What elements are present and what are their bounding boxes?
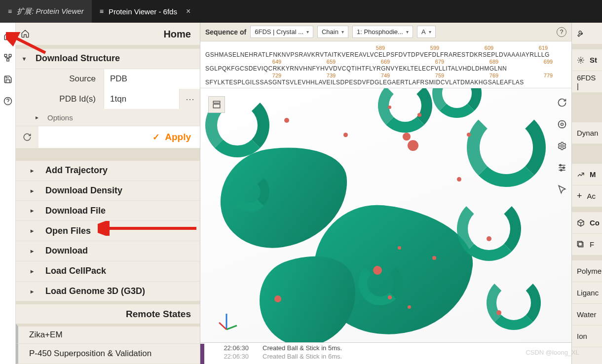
rp-wrench[interactable] — [572, 23, 602, 44]
label-pdbid: PDB Id(s) — [16, 94, 104, 104]
accordion-load-g3d[interactable]: Load Genome 3D (G3D) — [16, 282, 200, 302]
rp-components[interactable]: Co — [572, 212, 602, 234]
accordion-label: Load Genome 3D (G3D) — [45, 286, 145, 296]
svg-rect-6 — [213, 104, 220, 108]
accordion-label: Add Trajectory — [45, 165, 108, 176]
section-remote-states: Remote States — [16, 301, 200, 324]
row-pdb-id: PDB Id(s) 1tqn ⋯ — [16, 89, 200, 109]
value-source[interactable]: PDB — [104, 69, 200, 89]
rp-structure[interactable]: St — [572, 49, 602, 71]
chevron-down-icon: ▾ — [306, 29, 309, 35]
select-chain-value[interactable]: 1: Phosphodie...▾ — [352, 26, 413, 38]
rp-ligand[interactable]: Liganc — [572, 282, 602, 304]
watermark: CSDN @loong_XL — [526, 349, 579, 356]
svg-point-17 — [563, 167, 564, 168]
chevron-down-icon — [23, 55, 30, 62]
home-panel: Home Download Structure Source PDB PDB I… — [16, 23, 200, 364]
chevron-right-icon — [36, 114, 42, 121]
accordion-label: Download — [45, 246, 88, 256]
log-time: 22:06:30 — [209, 353, 249, 360]
home-icon[interactable] — [21, 29, 30, 40]
accordion-open-files[interactable]: Open Files — [16, 221, 200, 241]
panel-header: Home — [16, 23, 200, 45]
chevron-right-icon — [31, 187, 38, 194]
seq-line: GSHMASELNEHRATLFNKNVPSRAVKRVTAITKVEREAVL… — [205, 51, 566, 58]
tab-label: 扩展: Protein Viewer — [17, 7, 84, 16]
viewer-column: Sequence of 6FDS | Crystal ...▾ Chain▾ 1… — [200, 23, 571, 364]
chevron-down-icon: ▾ — [429, 29, 431, 35]
svg-point-11 — [561, 123, 564, 126]
axis-gizmo — [214, 310, 239, 334]
label-source: Source — [16, 74, 104, 84]
svg-rect-5 — [213, 101, 220, 103]
svg-line-9 — [219, 323, 226, 329]
tab-extension[interactable]: ≡ 扩展: Protein Viewer — [0, 0, 92, 23]
canvas-toolbar — [556, 96, 568, 196]
log-msg: Created Ball & Stick in 6ms. — [263, 353, 342, 360]
app-body: Home Download Structure Source PDB PDB I… — [0, 23, 602, 364]
accordion-load-cellpack[interactable]: Load CellPack — [16, 261, 200, 282]
select-chain[interactable]: Chain▾ — [317, 26, 348, 38]
svg-point-10 — [559, 121, 566, 128]
accordion-add-trajectory[interactable]: Add Trajectory — [16, 161, 200, 181]
save-icon[interactable] — [3, 75, 12, 86]
row-source: Source PDB — [16, 69, 200, 89]
close-icon[interactable]: × — [186, 7, 190, 16]
section-download-structure[interactable]: Download Structure — [16, 49, 200, 69]
rp-polymer[interactable]: Polyme — [572, 260, 602, 282]
rp-id[interactable]: 6FDS | — [572, 71, 602, 93]
input-pdbid[interactable]: 1tqn — [104, 89, 179, 109]
rp-ion[interactable]: Ion — [572, 326, 602, 347]
structure-canvas[interactable] — [200, 88, 571, 342]
sequence-view[interactable]: 58959960961962963 GSHMASELNEHRATLFNKNVPS… — [200, 41, 571, 88]
more-icon[interactable]: ⋯ — [179, 89, 200, 109]
rp-focus[interactable]: F — [572, 234, 602, 255]
accordion-label: Load CellPack — [45, 266, 106, 276]
settings-icon[interactable] — [556, 140, 568, 152]
editor-tabbar: ≡ 扩展: Protein Viewer ≡ Protein Viewer - … — [0, 0, 602, 23]
help-icon[interactable] — [3, 97, 12, 108]
apply-button[interactable]: ✓ Apply — [38, 126, 200, 148]
apply-label: Apply — [165, 132, 191, 143]
state-item[interactable]: Zika+EM — [16, 324, 200, 344]
select-entity[interactable]: 6FDS | Crystal ...▾ — [250, 26, 313, 38]
chevron-right-icon — [31, 288, 38, 295]
sequence-toolbar: Sequence of 6FDS | Crystal ...▾ Chain▾ 1… — [200, 23, 571, 41]
accordion-download-file[interactable]: Download File — [16, 201, 200, 221]
rp-add[interactable]: +Ac — [572, 185, 602, 207]
controls-icon[interactable] — [556, 161, 568, 174]
select-segment[interactable]: A▾ — [417, 26, 436, 38]
rp-measurements[interactable]: M — [572, 164, 602, 185]
chevron-down-icon: ▾ — [406, 29, 409, 35]
seq-line: SFYLKTESPLGILSSASGNTSVLEVHHLAVEILSDPESDV… — [205, 79, 566, 86]
svg-point-18 — [561, 169, 562, 171]
chevron-down-icon: ▾ — [341, 29, 344, 35]
chevron-right-icon — [31, 227, 38, 234]
log-time: 22:06:30 — [209, 344, 249, 352]
tab-protein-viewer[interactable]: ≡ Protein Viewer - 6fds × — [92, 0, 198, 23]
row-options[interactable]: Options — [16, 109, 200, 126]
svg-rect-0 — [4, 54, 7, 57]
tree-icon[interactable] — [3, 53, 12, 64]
check-icon: ✓ — [152, 132, 160, 143]
rp-dynamics[interactable]: Dynan — [572, 122, 602, 144]
rp-water[interactable]: Water — [572, 304, 602, 326]
screenshot-icon[interactable] — [556, 118, 568, 131]
pointer-icon[interactable] — [556, 183, 568, 196]
accordion-download-density[interactable]: Download Density — [16, 181, 200, 201]
chevron-right-icon — [31, 207, 38, 214]
section-label: Download Structure — [36, 53, 120, 64]
seq-label: Sequence of — [205, 28, 246, 36]
refresh-icon[interactable] — [16, 133, 38, 142]
state-item[interactable]: P-450 Superposition & Validation — [16, 344, 200, 364]
right-panel: St 6FDS | Dynan M +Ac Co F Polyme Liganc… — [571, 23, 602, 364]
chevron-right-icon — [31, 268, 38, 275]
log-msg: Created Ball & Stick in 5ms. — [263, 344, 342, 352]
home-icon[interactable] — [3, 32, 12, 42]
log-panel: 22:06:30Created Ball & Stick in 5ms. 22:… — [200, 342, 571, 364]
help-icon[interactable]: ? — [557, 27, 566, 37]
accordion-download[interactable]: Download — [16, 241, 200, 261]
toggle-panel-icon[interactable] — [208, 96, 225, 113]
svg-rect-2 — [6, 59, 9, 61]
reset-icon[interactable] — [556, 96, 568, 109]
